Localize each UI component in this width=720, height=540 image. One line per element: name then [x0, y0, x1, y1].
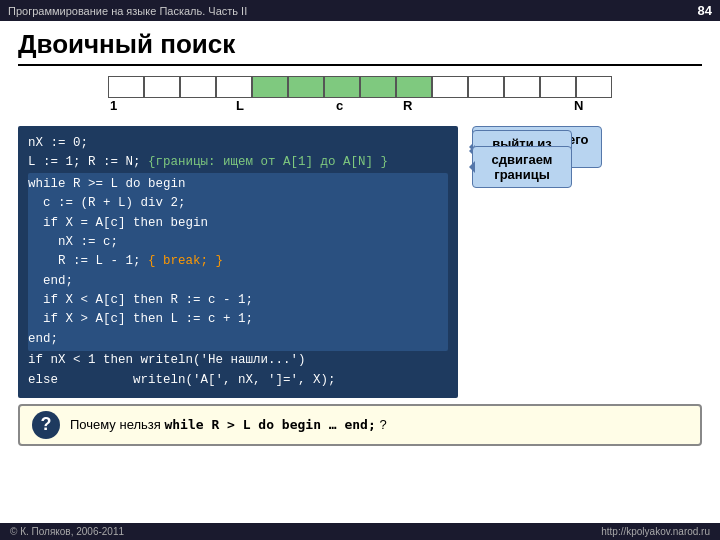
array-labels: 1 L c R N [108, 98, 612, 118]
array-cell-0 [108, 76, 144, 98]
array-cell-1 [144, 76, 180, 98]
slide-title: Двоичный поиск [18, 29, 702, 66]
tooltip-shift-text: сдвигаем границы [492, 152, 553, 182]
page-number: 84 [698, 3, 712, 18]
code-line-9: if X < A[c] then R := c - 1; [28, 291, 448, 310]
top-bar: Программирование на языке Паскаль. Часть… [0, 0, 720, 21]
array-cells [108, 76, 612, 98]
array-cell-7 [360, 76, 396, 98]
website: http://kpolyakov.narod.ru [601, 526, 710, 537]
tooltip-shift-bounds: сдвигаем границы [472, 146, 572, 188]
code-line-10: if X > A[c] then L := c + 1; [28, 310, 448, 329]
array-visualization: 1 L c R N [18, 76, 702, 118]
course-title: Программирование на языке Паскаль. Часть… [8, 5, 247, 17]
code-line-2: L := 1; R := N; {границы: ищем от A[1] д… [28, 153, 448, 172]
array-cell-9 [432, 76, 468, 98]
array-label-L: L [236, 98, 244, 113]
array-cell-12 [540, 76, 576, 98]
array-cell-8 [396, 76, 432, 98]
question-box: ? Почему нельзя while R > L do begin … e… [18, 404, 702, 446]
code-block: nX := 0; L := 1; R := N; {границы: ищем … [18, 126, 458, 398]
array-label-c: c [336, 98, 343, 113]
code-line-11: end; [28, 330, 448, 349]
array-cell-13 [576, 76, 612, 98]
code-line-1: nX := 0; [28, 134, 448, 153]
array-cell-2 [180, 76, 216, 98]
array-cell-4 [252, 76, 288, 98]
array-label-1: 1 [110, 98, 117, 113]
code-line-6: nX := c; [28, 233, 448, 252]
array-label-N: N [574, 98, 583, 113]
code-line-13: else writeln('A[', nX, ']=', X); [28, 371, 448, 390]
array-cell-10 [468, 76, 504, 98]
code-line-7: R := L - 1; { break; } [28, 252, 448, 271]
array-cell-11 [504, 76, 540, 98]
copyright: © К. Поляков, 2006-2011 [10, 526, 124, 537]
array-cell-6 [324, 76, 360, 98]
array-cell-3 [216, 76, 252, 98]
array-label-R: R [403, 98, 412, 113]
bottom-bar: © К. Поляков, 2006-2011 http://kpolyakov… [0, 523, 720, 540]
code-line-8: end; [28, 272, 448, 291]
question-text: Почему нельзя while R > L do begin … end… [70, 417, 387, 432]
code-line-5: if X = A[c] then begin [28, 214, 448, 233]
question-icon: ? [32, 411, 60, 439]
code-line-3: while R >= L do begin [28, 175, 448, 194]
array-cell-5 [288, 76, 324, 98]
code-line-12: if nX < 1 then writeln('Не нашли...') [28, 351, 448, 370]
code-line-4: c := (R + L) div 2; [28, 194, 448, 213]
